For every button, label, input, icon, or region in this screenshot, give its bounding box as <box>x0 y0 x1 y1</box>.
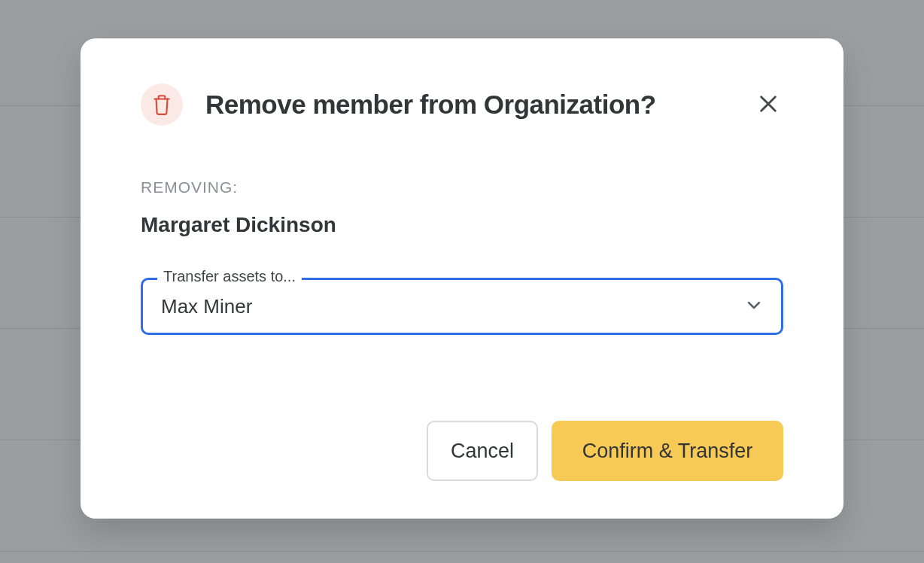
transfer-select-value: Max Miner <box>161 295 252 318</box>
cancel-button[interactable]: Cancel <box>427 421 538 481</box>
confirm-transfer-button[interactable]: Confirm & Transfer <box>552 421 783 481</box>
transfer-select[interactable]: Max Miner <box>141 278 783 335</box>
removing-name: Margaret Dickinson <box>141 213 783 237</box>
trash-icon <box>141 84 183 126</box>
modal-title: Remove member from Organization? <box>205 90 731 120</box>
modal-header: Remove member from Organization? <box>141 84 783 126</box>
remove-member-modal: Remove member from Organization? REMOVIN… <box>81 38 843 519</box>
close-icon <box>758 93 779 117</box>
bg-divider <box>0 551 924 552</box>
modal-footer: Cancel Confirm & Transfer <box>141 421 783 481</box>
removing-label: REMOVING: <box>141 178 783 196</box>
chevron-down-icon <box>745 296 763 317</box>
transfer-select-legend: Transfer assets to... <box>157 268 302 285</box>
removing-section: REMOVING: Margaret Dickinson <box>141 178 783 237</box>
close-button[interactable] <box>753 89 783 121</box>
transfer-select-wrap: Transfer assets to... Max Miner <box>141 278 783 335</box>
